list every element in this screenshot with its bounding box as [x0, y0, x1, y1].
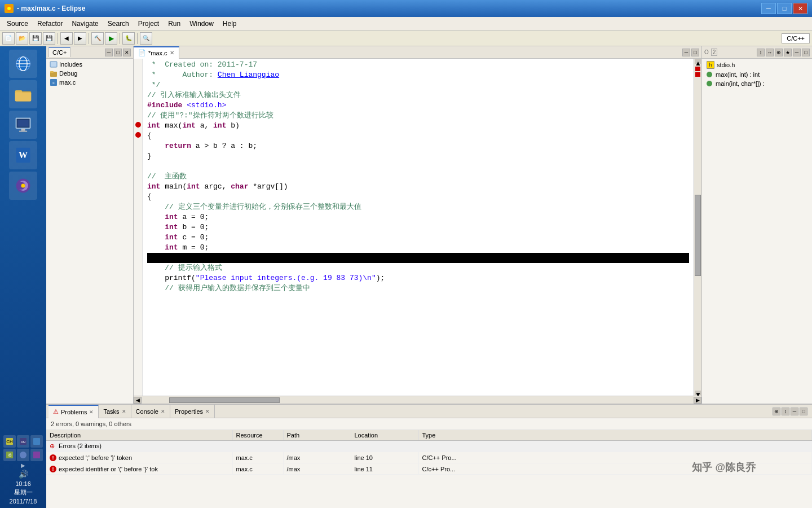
panel-minimize-button[interactable]: ─: [105, 49, 113, 56]
editor-scrollbar[interactable]: ▲ ▼: [694, 59, 701, 396]
tab-properties[interactable]: Properties ✕: [170, 405, 215, 418]
editor-maximize-button[interactable]: □: [691, 49, 699, 56]
new-button[interactable]: 📄: [2, 32, 15, 45]
menu-run[interactable]: Run: [164, 19, 185, 29]
build-button[interactable]: 🔨: [91, 32, 104, 45]
editor-tab-bar: 📄 *max.c ✕ ─ □: [134, 46, 701, 59]
close-button[interactable]: ✕: [793, 3, 807, 14]
tree-item-debug[interactable]: Debug: [47, 69, 132, 78]
bottom-panel-ctrl-2[interactable]: ↕: [782, 408, 789, 415]
code-editor[interactable]: * Created on: 2011-7-17 * Author: Chen L…: [143, 59, 694, 396]
error-row-1[interactable]: ! expected ';' before '}' token max.c /m…: [46, 452, 812, 463]
col-description[interactable]: Description: [46, 430, 232, 441]
bottom-minimize-button[interactable]: ─: [791, 408, 798, 415]
editor-tab-maxc[interactable]: 📄 *max.c ✕: [134, 46, 179, 59]
scroll-left-button[interactable]: ◀: [134, 397, 142, 404]
taskbar-folder-icon[interactable]: [9, 80, 37, 108]
outline-toolbar-4[interactable]: ★: [784, 49, 792, 56]
left-panel-tab[interactable]: C/C+: [48, 47, 70, 57]
menu-project[interactable]: Project: [134, 19, 164, 29]
menu-window[interactable]: Window: [185, 19, 218, 29]
col-resource[interactable]: Resource: [232, 430, 283, 441]
back-button[interactable]: ◀: [60, 32, 73, 45]
taskbar-small-icon-6[interactable]: [30, 449, 43, 461]
taskbar-small-icon-5[interactable]: [17, 449, 29, 461]
center-editor: 📄 *max.c ✕ ─ □: [134, 46, 702, 404]
perspective-label: C/C++: [782, 33, 810, 43]
tree-item-includes[interactable]: Includes: [47, 60, 132, 69]
scrollbar-thumb[interactable]: [695, 195, 701, 276]
run-button[interactable]: ▶: [105, 32, 117, 45]
tab-tasks[interactable]: Tasks ✕: [99, 405, 131, 418]
outline-item-main[interactable]: main(int, char*[]) :: [704, 79, 810, 88]
taskbar-small-icon-1[interactable]: CH: [3, 435, 16, 448]
outline-toolbar-3[interactable]: ⊕: [775, 49, 783, 56]
title-bar: - max/max.c - Eclipse ─ □ ✕: [0, 0, 812, 17]
save-all-button[interactable]: 💾: [43, 32, 55, 45]
scroll-down-button[interactable]: ▼: [695, 391, 701, 395]
maximize-button[interactable]: □: [777, 3, 792, 14]
panel-maximize-button[interactable]: □: [114, 49, 122, 56]
col-location[interactable]: Location: [351, 430, 418, 441]
svg-rect-32: [50, 71, 54, 73]
left-taskbar: W CH: [0, 46, 46, 508]
editor-minimize-button[interactable]: ─: [682, 49, 690, 56]
tasks-tab-close[interactable]: ✕: [122, 409, 126, 414]
svg-rect-9: [15, 92, 31, 101]
tab-problems[interactable]: ⚠ Problems ✕: [48, 405, 99, 418]
outline-maximize-button[interactable]: □: [802, 49, 810, 56]
outline-item-stdio[interactable]: h stdio.h: [704, 60, 810, 70]
outline-item-max[interactable]: max(int, int) : int: [704, 70, 810, 79]
outline-toolbar-1[interactable]: ↕: [757, 49, 765, 56]
forward-button[interactable]: ▶: [74, 32, 86, 45]
menu-refactor[interactable]: Refactor: [33, 19, 67, 29]
taskbar-small-icon-2[interactable]: AN: [17, 435, 29, 448]
outline-minimize-button[interactable]: ─: [793, 49, 801, 56]
save-button[interactable]: 💾: [29, 32, 42, 45]
taskbar-word-icon[interactable]: W: [9, 141, 37, 169]
col-path[interactable]: Path: [283, 430, 351, 441]
menu-search[interactable]: Search: [103, 19, 134, 29]
scroll-right-button[interactable]: ▶: [694, 397, 701, 404]
open-button[interactable]: 📂: [16, 32, 28, 45]
horizontal-scrollbar[interactable]: ◀ ▶: [134, 396, 701, 404]
taskbar-ie-icon[interactable]: [9, 50, 37, 78]
h-scrollbar-thumb[interactable]: [169, 397, 280, 403]
outline-toolbar-2[interactable]: ↔: [766, 49, 774, 56]
menu-navigate[interactable]: Navigate: [67, 19, 103, 29]
outline-tab-bar: O 2 ↕ ↔ ⊕ ★ ─ □: [702, 46, 812, 59]
error-row-2[interactable]: ! expected identifier or '(' before '}' …: [46, 463, 812, 475]
tree-item-maxc[interactable]: c max.c: [47, 78, 132, 87]
panel-close-button[interactable]: ✕: [123, 49, 131, 56]
toolbar: 📄 📂 💾 💾 ◀ ▶ 🔨 ▶ 🐛 🔍 C/C++: [0, 30, 812, 46]
bottom-panel-ctrl-1[interactable]: ⊕: [773, 408, 780, 415]
svg-rect-30: [50, 62, 57, 67]
console-tab-close[interactable]: ✕: [161, 409, 165, 414]
svg-rect-12: [21, 129, 25, 131]
taskbar-monitor-icon[interactable]: [9, 111, 37, 139]
col-type[interactable]: Type: [418, 430, 812, 441]
taskbar-eclipse-icon[interactable]: [9, 172, 37, 200]
error-marker-scroll-1: [695, 67, 700, 71]
menu-bar: Source Refactor Navigate Search Project …: [0, 17, 812, 30]
left-panel-content: Includes Debug c max.c: [46, 59, 133, 404]
minimize-button[interactable]: ─: [761, 3, 776, 14]
problems-content: 2 errors, 0 warnings, 0 others Descripti…: [46, 418, 812, 508]
tab-console[interactable]: Console ✕: [131, 405, 170, 418]
error-marker-1: [135, 122, 141, 128]
menu-help[interactable]: Help: [218, 19, 241, 29]
bottom-panels: ⚠ Problems ✕ Tasks ✕ Console ✕ Propertie…: [46, 404, 812, 508]
svg-rect-25: [33, 438, 40, 445]
taskbar-small-icon-4[interactable]: 英: [3, 449, 16, 461]
search-toolbar-button[interactable]: 🔍: [140, 32, 152, 45]
menu-source[interactable]: Source: [2, 19, 33, 29]
window-title: - max/max.c - Eclipse: [17, 5, 85, 12]
properties-tab-close[interactable]: ✕: [205, 409, 210, 414]
tab-close-button[interactable]: ✕: [170, 50, 174, 56]
volume-icon[interactable]: 🔊: [19, 470, 28, 479]
scroll-up-button[interactable]: ▲: [695, 59, 701, 64]
problems-tab-close[interactable]: ✕: [89, 409, 94, 415]
bottom-maximize-button[interactable]: □: [800, 408, 807, 415]
debug-button[interactable]: 🐛: [122, 32, 135, 45]
taskbar-small-icon-3[interactable]: [30, 435, 43, 448]
